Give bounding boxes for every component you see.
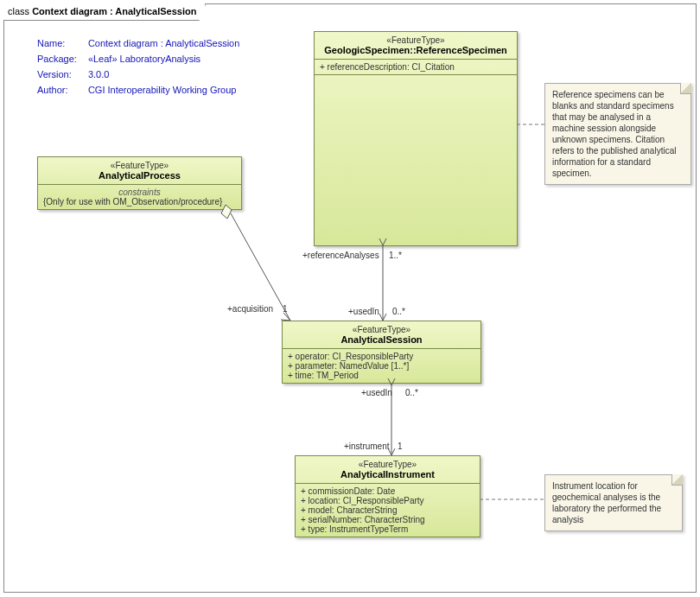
mult-usedin-bot: 0..* (405, 388, 418, 397)
mult-reference-analyses: 1..* (389, 251, 402, 260)
role-usedin-bot: +usedIn (361, 388, 392, 397)
mult-acquisition: 1 (283, 304, 288, 314)
diagram-canvas: class Context diagram : AnalyticalSessio… (0, 0, 700, 597)
role-usedin-top: +usedIn (348, 307, 379, 316)
mult-instrument: 1 (398, 441, 403, 451)
connectors (0, 0, 700, 597)
role-instrument: +instrument (344, 441, 390, 451)
role-reference-analyses: +referenceAnalyses (302, 251, 379, 260)
mult-usedin-top: 0..* (392, 307, 405, 316)
svg-marker-3 (221, 205, 232, 219)
role-acquisition: +acquisition (227, 304, 273, 314)
